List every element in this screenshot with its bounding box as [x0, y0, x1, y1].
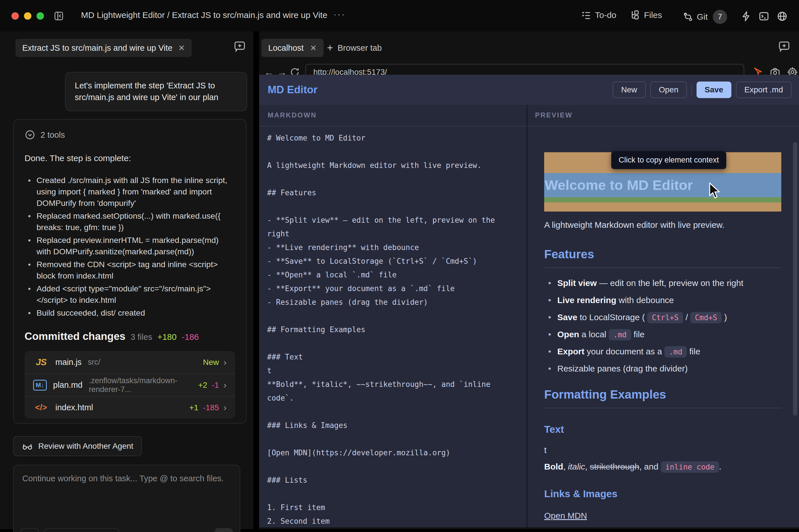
markdown-editor-pane[interactable]: # Welcome to MD Editor A lightweight Mar… [259, 127, 526, 528]
browser-tab-title: Localhost [268, 43, 304, 53]
close-window-button[interactable] [12, 12, 19, 20]
changed-files-list: JS main.js src/ New › M↓ plan.md .zenflo… [24, 351, 235, 419]
git-changes-badge: 7 [713, 10, 727, 24]
inline-styles-paragraph: Bold, italic, strikethrough, and inline … [544, 462, 781, 472]
completion-bullet-list: Created ./src/main.js with all JS from t… [24, 174, 235, 319]
list-item: Added <script type="module" src="/src/ma… [24, 283, 235, 306]
task-tab[interactable]: Extract JS to src/main.js and wire up Vi… [15, 39, 192, 57]
file-name: main.js [55, 358, 81, 367]
list-item: Removed the CDN <script> tag and inline … [24, 259, 235, 281]
sidebar-toggle-icon[interactable] [53, 10, 65, 22]
chevron-right-icon[interactable]: › [223, 402, 226, 413]
list-item: Live rendering with debounce [544, 296, 781, 305]
web-content: MD Editor New Open Save Export .md MARKD… [259, 75, 799, 528]
inline-code: .md [609, 329, 631, 340]
features-heading: Features [544, 247, 781, 268]
preview-pane: Welcome to MD Editor A lightweight Markd… [528, 127, 799, 528]
title-more-button[interactable]: ··· [333, 8, 346, 20]
committed-changes-header: Committed changes 3 files +180 -186 [24, 330, 235, 342]
glasses-icon [22, 440, 33, 452]
feedback-icon[interactable] [778, 40, 791, 53]
copy-context-tooltip: Click to copy element context [611, 151, 726, 169]
review-button-label: Review with Another Agent [38, 442, 133, 451]
divider [691, 84, 692, 96]
new-button[interactable]: New [613, 81, 646, 98]
send-button[interactable]: ↑ [215, 528, 233, 532]
user-message-bubble: Let's implement the step 'Extract JS to … [65, 72, 247, 111]
open-button[interactable]: Open [650, 81, 687, 98]
chat-panel: Extract JS to src/main.js and wire up Vi… [0, 31, 253, 529]
t-paragraph: t [544, 445, 781, 455]
files-label: Files [644, 10, 662, 20]
inline-code: Ctrl+S [647, 312, 683, 323]
file-name: index.html [55, 403, 93, 412]
markdown-pane-label: MARKDOWN [268, 111, 317, 119]
file-row-indexhtml[interactable]: </> index.html +1 -185 › [24, 396, 235, 419]
file-tree-icon [630, 10, 641, 21]
chevron-circle-icon [24, 129, 35, 140]
inline-code: .md [664, 346, 687, 358]
list-item: Save to LocalStorage ( Ctrl+S / Cmd+S ) [544, 312, 781, 322]
md-editor-header: MD Editor New Open Save Export .md [259, 75, 799, 105]
file-path: .zenflow/tasks/markdown-renderer-7... [89, 376, 192, 394]
git-branch-icon [683, 12, 693, 22]
git-label: Git [697, 12, 708, 22]
browser-panel: Localhost ✕ + Browser tab ← → http://loc… [259, 31, 799, 529]
todo-button[interactable]: To-do [581, 10, 616, 21]
list-item: Export your document as a .md file [544, 347, 781, 356]
app-title: MD Editor [268, 84, 317, 96]
todo-checklist-icon [581, 10, 592, 21]
close-tab-icon[interactable]: ✕ [310, 43, 316, 53]
markdown-file-icon: M↓ [33, 380, 47, 391]
list-item: Replaced preview.innerHTML = marked.pars… [24, 234, 235, 257]
files-count: 3 files [131, 332, 152, 342]
new-file-badge: New [203, 358, 219, 367]
chevron-right-icon[interactable]: › [223, 357, 226, 367]
file-additions: +1 [189, 403, 198, 412]
file-path: src/ [88, 358, 101, 367]
composer-placeholder[interactable]: Continue working on this task... Type @ … [22, 474, 231, 483]
file-row-planmd[interactable]: M↓ plan.md .zenflow/tasks/markdown-rende… [24, 374, 235, 396]
tools-count-label: 2 tools [40, 130, 65, 140]
list-item: Build succeeded, dist/ created [24, 307, 235, 319]
completion-summary: Done. The step is complete: [24, 153, 235, 163]
export-md-button[interactable]: Export .md [736, 81, 792, 98]
review-with-agent-button[interactable]: Review with Another Agent [13, 436, 142, 456]
inline-code: inline code [661, 461, 719, 473]
formatting-examples-heading: Formatting Examples [544, 388, 781, 408]
list-item: Open a local .md file [544, 329, 781, 339]
window-title: MD Lightweight Editor / Extract JS to sr… [81, 10, 327, 20]
chevron-right-icon[interactable]: › [223, 380, 226, 390]
javascript-file-icon: JS [33, 357, 49, 367]
new-browser-tab-button[interactable]: + Browser tab [327, 39, 382, 57]
mouse-cursor [709, 183, 721, 200]
todo-label: To-do [595, 10, 616, 20]
close-task-icon[interactable]: ✕ [178, 43, 185, 53]
browser-tab-localhost[interactable]: Localhost ✕ [261, 39, 324, 57]
maximize-window-button[interactable] [37, 12, 44, 20]
files-button[interactable]: Files [630, 10, 662, 21]
open-mdn-link[interactable]: Open MDN [544, 511, 587, 520]
links-images-heading: Links & Images [544, 488, 781, 499]
agent-response-card: 2 tools Done. The step is complete: Crea… [13, 119, 247, 424]
git-button[interactable]: Git 7 [683, 10, 727, 24]
intro-paragraph: A lightweight Markdown editor with live … [544, 220, 781, 230]
feedback-icon[interactable] [233, 40, 246, 53]
plus-icon: + [327, 42, 333, 54]
minimize-window-button[interactable] [24, 12, 31, 20]
list-item: Created ./src/main.js with all JS from t… [24, 174, 235, 209]
message-composer[interactable]: Continue working on this task... Type @ … [13, 465, 240, 532]
terminal-icon[interactable] [759, 11, 769, 22]
tools-toggle[interactable]: 2 tools [24, 129, 235, 140]
markdown-source-text[interactable]: # Welcome to MD Editor A lightweight Mar… [267, 131, 519, 528]
inline-code: Cmd+S [690, 312, 722, 323]
globe-icon[interactable] [777, 11, 787, 22]
attach-file-button[interactable] [21, 528, 39, 532]
model-selector[interactable]: Zencoder ⌄ [44, 528, 119, 532]
quick-actions-lightning-icon[interactable] [741, 11, 752, 22]
save-button[interactable]: Save [696, 81, 731, 98]
list-item: Split view — edit on the left, preview o… [544, 278, 781, 288]
file-row-mainjs[interactable]: JS main.js src/ New › [24, 351, 235, 374]
file-deletions: -1 [212, 381, 219, 390]
file-deletions: -185 [203, 403, 219, 412]
